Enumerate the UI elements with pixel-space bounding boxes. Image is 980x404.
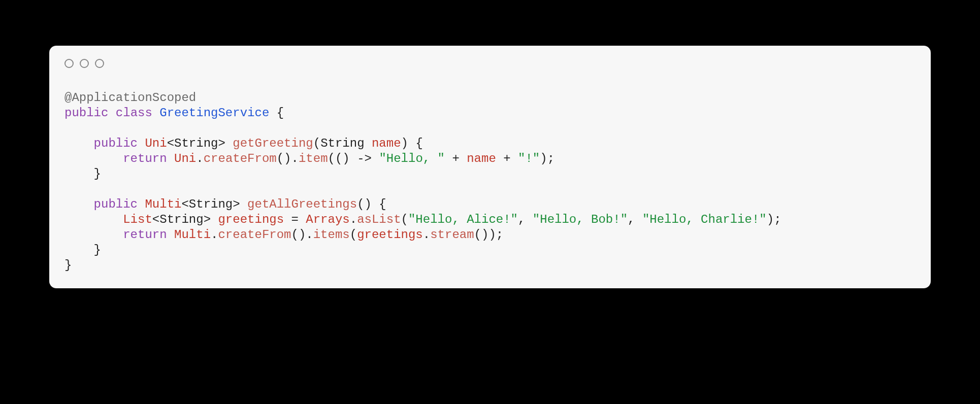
semi: ; bbox=[774, 213, 781, 226]
traffic-light-min-icon[interactable] bbox=[80, 59, 89, 68]
fn-items: items bbox=[313, 228, 350, 242]
dot: . bbox=[306, 228, 313, 242]
gt: > bbox=[218, 137, 225, 150]
rparen: ) bbox=[401, 137, 408, 150]
dot: . bbox=[423, 228, 430, 242]
brace-open: { bbox=[379, 197, 386, 211]
type-string: String bbox=[189, 197, 233, 211]
traffic-light-zoom-icon[interactable] bbox=[95, 59, 104, 68]
lparen: ( bbox=[328, 152, 335, 165]
plus: + bbox=[503, 152, 510, 165]
arrow: -> bbox=[357, 152, 372, 165]
rparen: ) bbox=[540, 152, 547, 165]
lparen: ( bbox=[474, 228, 481, 242]
lt: < bbox=[181, 197, 188, 211]
str-bang: "!" bbox=[518, 152, 540, 165]
eq: = bbox=[291, 213, 299, 226]
brace-close: } bbox=[94, 167, 101, 181]
fn-createFrom: createFrom bbox=[204, 152, 277, 165]
kw-return: return bbox=[123, 228, 167, 242]
dot: . bbox=[291, 152, 299, 165]
type-multi: Multi bbox=[174, 228, 211, 242]
str-bob: "Hello, Bob!" bbox=[533, 213, 628, 226]
lparen: ( bbox=[291, 228, 299, 242]
code-block: @ApplicationScoped public class Greeting… bbox=[64, 90, 916, 273]
type-uni: Uni bbox=[174, 152, 196, 165]
comma: , bbox=[628, 213, 635, 226]
lparen: ( bbox=[277, 152, 284, 165]
fn-item: item bbox=[299, 152, 328, 165]
rparen: ) bbox=[299, 228, 306, 242]
gt: > bbox=[233, 197, 240, 211]
type-string: String bbox=[159, 213, 203, 226]
fn-stream: stream bbox=[430, 228, 474, 242]
type-list: List bbox=[123, 213, 152, 226]
lparen: ( bbox=[335, 152, 342, 165]
fn-createFrom: createFrom bbox=[218, 228, 291, 242]
lparen: ( bbox=[313, 137, 320, 150]
brace-close: } bbox=[94, 243, 101, 257]
param-type: String bbox=[320, 137, 364, 150]
rparen: ) bbox=[284, 152, 291, 165]
brace-open: { bbox=[277, 106, 284, 120]
code-window: @ApplicationScoped public class Greeting… bbox=[49, 46, 931, 288]
dot: . bbox=[211, 228, 218, 242]
traffic-light-close-icon[interactable] bbox=[64, 59, 74, 68]
kw-public: public bbox=[64, 106, 108, 120]
class-name: GreetingService bbox=[159, 106, 269, 120]
rparen: ) bbox=[767, 213, 774, 226]
lparen: ( bbox=[357, 197, 364, 211]
var-greetings: greetings bbox=[357, 228, 423, 242]
kw-class: class bbox=[116, 106, 152, 120]
str-alice: "Hello, Alice!" bbox=[408, 213, 518, 226]
lt: < bbox=[167, 137, 174, 150]
rparen: ) bbox=[488, 228, 496, 242]
rparen: ) bbox=[342, 152, 349, 165]
kw-public: public bbox=[94, 137, 138, 150]
kw-return: return bbox=[123, 152, 167, 165]
semi: ; bbox=[547, 152, 554, 165]
rparen: ) bbox=[365, 197, 372, 211]
fn-getGreeting: getGreeting bbox=[233, 137, 313, 150]
type-arrays: Arrays bbox=[306, 213, 349, 226]
lparen: ( bbox=[401, 213, 408, 226]
window-titlebar bbox=[64, 59, 916, 68]
rparen: ) bbox=[481, 228, 488, 242]
var-greetings: greetings bbox=[218, 213, 284, 226]
str-charlie: "Hello, Charlie!" bbox=[642, 213, 767, 226]
fn-getAllGreetings: getAllGreetings bbox=[247, 197, 357, 211]
type-uni: Uni bbox=[145, 137, 167, 150]
param-name: name bbox=[372, 137, 401, 150]
type-multi: Multi bbox=[145, 197, 181, 211]
var-name: name bbox=[467, 152, 496, 165]
str-hello: "Hello, " bbox=[379, 152, 445, 165]
gt: > bbox=[204, 213, 211, 226]
brace-open: { bbox=[415, 137, 422, 150]
fn-asList: asList bbox=[357, 213, 401, 226]
lt: < bbox=[152, 213, 159, 226]
lparen: ( bbox=[350, 228, 357, 242]
comma: , bbox=[518, 213, 525, 226]
dot: . bbox=[350, 213, 357, 226]
semi: ; bbox=[496, 228, 503, 242]
type-string: String bbox=[174, 137, 218, 150]
annotation: @ApplicationScoped bbox=[64, 91, 196, 105]
kw-public: public bbox=[94, 197, 138, 211]
plus: + bbox=[452, 152, 459, 165]
dot: . bbox=[196, 152, 203, 165]
brace-close: } bbox=[64, 258, 72, 272]
